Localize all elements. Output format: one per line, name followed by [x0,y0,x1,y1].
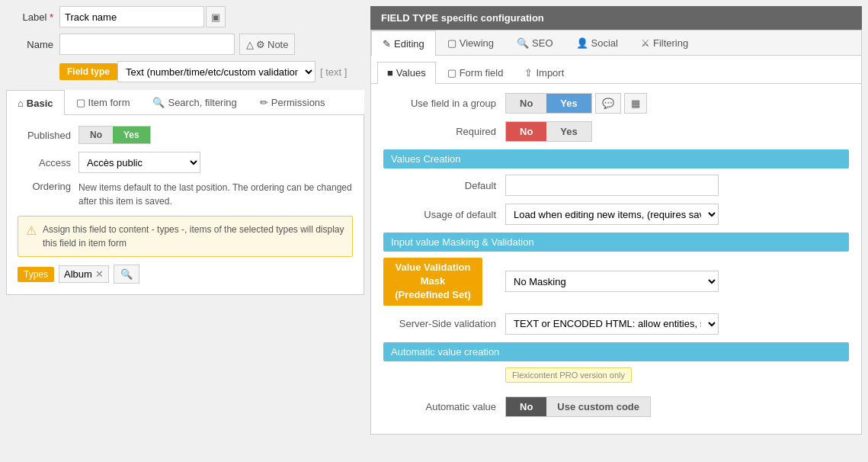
name-row: Name △ ⚙ Note [6,34,364,55]
social-icon: 👤 [576,37,588,49]
sub-tab-form-field[interactable]: ▢ Form field [437,62,514,83]
album-tag-label: Album [64,268,92,280]
name-field-label: Name [6,39,59,50]
label-input[interactable] [59,6,204,27]
warning-box: ⚠ Assign this field to content - types -… [18,216,353,257]
form-icon: ▢ [76,97,85,108]
auto-value-no-button[interactable]: No [505,396,546,417]
ordering-row: Ordering New items default to the last p… [18,181,353,208]
validation-mask-select[interactable]: No Masking [505,271,719,292]
note-button[interactable]: △ ⚙ Note [239,34,295,55]
label-field-label: Label * [6,11,59,23]
remove-album-tag-button[interactable]: ✕ [95,268,104,280]
auto-value-row: Automatic value No Use custom code [383,396,849,417]
field-type-config-header: FIELD TYPE specific configuration [370,6,862,30]
access-row: Access Accès public [18,152,353,173]
field-type-badge: Field type [59,63,117,80]
pro-only-badge: Flexicontent PRO version only [505,367,632,383]
auto-value-toggle: No Use custom code [505,396,651,417]
warning-triangle-icon: ⚠ [26,223,37,238]
left-tabs: ⌂ Basic ▢ Item form 🔍 Search, filtering … [6,90,364,115]
permissions-icon: ✏ [260,97,268,108]
name-input[interactable] [59,34,235,55]
required-yes-button[interactable]: Yes [546,121,591,142]
album-type-tag: Album ✕ [59,265,109,283]
tab-search-filtering[interactable]: 🔍 Search, filtering [141,90,248,114]
field-type-tag: [ text ] [320,66,347,78]
validation-mask-row: Value Validation Mask (Predefined Set) N… [383,258,849,306]
seo-icon: 🔍 [517,37,529,49]
tab-basic[interactable]: ⌂ Basic [6,90,65,115]
auto-value-label: Automatic value [383,401,505,412]
use-field-yes-button[interactable]: Yes [546,93,591,114]
tab-seo[interactable]: 🔍 SEO [505,30,564,55]
usage-default-select[interactable]: Load when editing new items, (requires s… [505,204,719,225]
server-side-label: Server-Side validation [383,318,505,329]
basic-tab-content: Published No Yes Access Accès public Ord… [6,115,364,295]
usage-default-label: Usage of default [383,209,505,220]
required-no-button[interactable]: No [505,121,546,142]
default-label: Default [383,180,505,191]
sub-tab-import[interactable]: ⇧ Import [514,62,574,83]
tab-social[interactable]: 👤 Social [565,30,629,55]
right-content: ✎ Editing ▢ Viewing 🔍 SEO 👤 Social ⚔ Fil… [370,30,862,435]
values-icon: ■ [387,67,393,79]
right-panel: FIELD TYPE specific configuration ✎ Edit… [370,6,862,435]
clear-label-button[interactable]: ▣ [206,6,226,27]
auto-value-header: Automatic value creation [383,342,849,361]
use-field-group-toggle: No Yes [505,93,592,114]
server-side-select[interactable]: TEXT or ENCODED HTML: allow entities, st… [505,313,719,335]
access-select[interactable]: Accès public [78,152,200,173]
top-tabs: ✎ Editing ▢ Viewing 🔍 SEO 👤 Social ⚔ Fil… [371,30,861,56]
gear-icon: ⚙ [256,39,265,50]
ordering-text: New items default to the last position. … [78,181,353,208]
required-toggle: No Yes [505,121,592,142]
view-icon: ▢ [447,37,456,49]
input-masking-header: Input value Masking & Validation [383,233,849,252]
tab-editing[interactable]: ✎ Editing [371,30,436,56]
search-icon: 🔍 [152,97,165,108]
types-badge: Types [18,267,54,282]
import-icon: ⇧ [524,67,533,79]
config-content: Use field in a group No Yes 💬 ▦ Required… [371,84,861,434]
field-type-select[interactable]: Text (number/time/etc/custom validation) [117,61,315,82]
values-creation-header: Values Creation [383,149,849,168]
use-field-group-row: Use field in a group No Yes 💬 ▦ [383,93,849,114]
left-panel: Label * ▣ Name △ ⚙ Note Field type Text … [6,6,364,435]
pro-badge-row: Flexicontent PRO version only [383,367,849,389]
types-row: Types Album ✕ 🔍 [18,265,353,284]
published-yes-button[interactable]: Yes [113,126,151,144]
home-icon: ⌂ [18,98,24,109]
label-row: Label * ▣ [6,6,364,27]
published-row: Published No Yes [18,126,353,144]
tab-permissions[interactable]: ✏ Permissions [248,90,337,114]
sub-tab-values[interactable]: ■ Values [377,62,436,84]
server-side-row: Server-Side validation TEXT or ENCODED H… [383,313,849,335]
field-type-row: Field type Text (number/time/etc/custom … [6,61,364,82]
ordering-label: Ordering [18,181,78,192]
form-field-icon: ▢ [447,67,456,79]
comment-icon-button[interactable]: 💬 [595,93,621,114]
published-no-button[interactable]: No [78,126,113,144]
required-row: Required No Yes [383,121,849,142]
warning-message: Assign this field to content - types -, … [43,223,344,250]
access-label: Access [18,157,78,168]
use-field-group-label: Use field in a group [383,98,505,109]
usage-default-row: Usage of default Load when editing new i… [383,204,849,225]
warning-icon: △ [246,39,254,50]
search-types-button[interactable]: 🔍 [114,265,139,284]
sub-tabs: ■ Values ▢ Form field ⇧ Import [371,56,861,84]
filter-icon: ⚔ [641,37,650,49]
tab-viewing[interactable]: ▢ Viewing [436,30,505,55]
use-field-no-button[interactable]: No [505,93,546,114]
edit-icon: ✎ [383,38,391,50]
auto-value-custom-button[interactable]: Use custom code [546,396,651,417]
default-input[interactable] [505,175,719,196]
table-icon-button[interactable]: ▦ [624,93,647,114]
tab-filtering[interactable]: ⚔ Filtering [629,30,700,55]
validation-mask-badge: Value Validation Mask (Predefined Set) [383,258,482,306]
required-label: Required [383,126,505,137]
published-label: Published [18,130,78,141]
tab-item-form[interactable]: ▢ Item form [65,90,142,114]
required-marker: * [50,11,53,23]
